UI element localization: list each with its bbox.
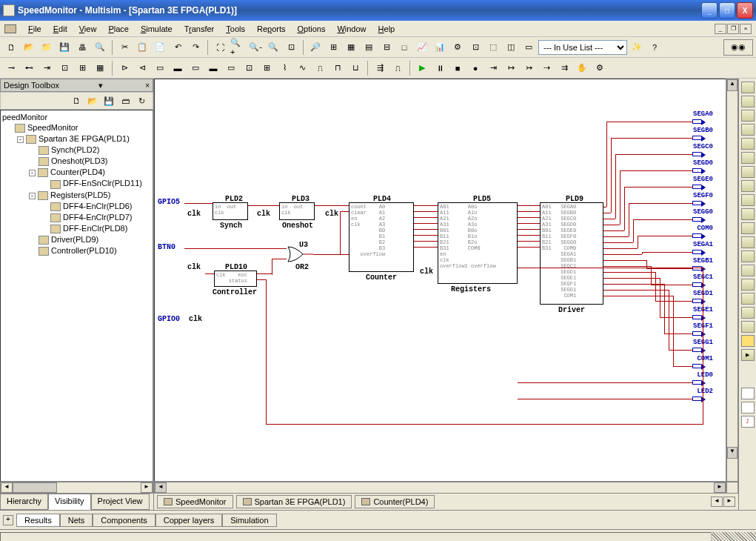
zoom-out-icon[interactable]: 🔍- <box>247 39 264 56</box>
doc-tab-counter[interactable]: Counter(PLD4) <box>355 495 435 508</box>
tree-item[interactable]: Oneshot(PLD3) <box>2 156 151 167</box>
sig2-icon[interactable]: ∿ <box>294 60 310 76</box>
grid2-icon[interactable]: ▦ <box>343 39 359 56</box>
panel-close-icon[interactable]: × <box>145 82 150 90</box>
chip7-icon[interactable]: ⊞ <box>258 60 275 76</box>
mdi-restore[interactable]: ❐ <box>727 24 739 34</box>
post-icon[interactable]: 📊 <box>432 39 448 56</box>
tree-item[interactable]: -Registers(PLD5) <box>2 190 151 201</box>
misc3-icon[interactable]: ◫ <box>503 39 519 56</box>
design-tree[interactable]: peedMonitor SpeedMonitor-Spartan 3E FPGA… <box>0 110 153 482</box>
doc-nav-left[interactable]: ◄ <box>711 497 723 507</box>
canvas-vscroll[interactable]: ▲ ▼ <box>726 79 738 482</box>
db-icon[interactable]: ⊟ <box>378 39 395 56</box>
chip1-icon[interactable]: ▭ <box>152 60 168 76</box>
copy-icon[interactable]: 📋 <box>134 39 150 56</box>
instr-scope-icon[interactable] <box>741 124 755 136</box>
sig1-icon[interactable]: ⌇ <box>276 60 292 76</box>
menu-simulate[interactable]: Simulate <box>135 23 178 35</box>
or-gate-icon[interactable] <box>287 245 315 263</box>
bottab-copper[interactable]: Copper layers <box>155 514 222 527</box>
instr-agilent3-icon[interactable] <box>741 307 755 319</box>
wand-icon[interactable]: ✨ <box>629 39 645 56</box>
misc1-icon[interactable]: ⊡ <box>467 39 484 56</box>
diode3-icon[interactable]: ⇥ <box>39 60 55 76</box>
menu-transfer[interactable]: Transfer <box>178 23 221 35</box>
tab-hierarchy[interactable]: Hierarchy <box>0 494 48 510</box>
open2-icon[interactable]: 📁 <box>39 39 55 56</box>
tree-item[interactable]: DFF4-EnClr(PLD6) <box>2 201 151 212</box>
menu-edit[interactable]: Edit <box>47 23 73 35</box>
cut-icon[interactable]: ✂ <box>116 39 133 56</box>
step4-icon[interactable]: ⇢ <box>538 60 555 76</box>
bottab-nets[interactable]: Nets <box>60 514 93 527</box>
grid1-icon[interactable]: ⊞ <box>325 39 341 56</box>
step3-icon[interactable]: ↣ <box>521 60 537 76</box>
instr-funcgen-icon[interactable] <box>741 96 755 107</box>
instr-multimeter-icon[interactable] <box>741 82 755 93</box>
print-icon[interactable]: 🖶 <box>74 39 90 56</box>
stop-icon[interactable]: ■ <box>449 60 466 76</box>
bus1-icon[interactable]: ⇶ <box>372 60 388 76</box>
instr-agilent2-icon[interactable] <box>741 293 755 305</box>
tree-item[interactable]: -Spartan 3E FPGA(PLD1) <box>2 133 151 145</box>
graph-icon[interactable]: 📈 <box>414 39 430 56</box>
help-icon[interactable]: ? <box>646 39 663 56</box>
inuse-combo[interactable]: --- In Use List --- <box>538 40 627 55</box>
menu-tools[interactable]: Tools <box>220 23 251 35</box>
instr-network-icon[interactable] <box>741 265 755 276</box>
paste-icon[interactable]: 📄 <box>152 39 168 56</box>
find-icon[interactable]: 🔎 <box>307 39 324 56</box>
undo-icon[interactable]: ↶ <box>170 39 186 56</box>
play-icon[interactable]: ▶ <box>414 60 430 76</box>
tab-visibility[interactable]: Visibility <box>48 494 91 510</box>
tb-open-icon[interactable]: 📂 <box>86 94 99 107</box>
instr-current-icon[interactable]: ⤴ <box>741 416 755 428</box>
menu-options[interactable]: Options <box>292 23 332 35</box>
maximize-button[interactable]: □ <box>719 2 735 19</box>
mdi-close[interactable]: × <box>740 24 752 34</box>
block-registers[interactable]: A01 A0o A11 A1o A21 A2o A31 A3o B01 B0o … <box>438 202 518 284</box>
instr-freq-icon[interactable] <box>741 166 755 178</box>
sig3-icon[interactable]: ⎍ <box>312 60 328 76</box>
chip3-icon[interactable]: ▭ <box>187 60 204 76</box>
tree-item[interactable]: -Counter(PLD4) <box>2 167 151 178</box>
tree-item[interactable]: SpeedMonitor <box>2 122 151 133</box>
tree-item[interactable]: DFF-EnClr(PLD8) <box>2 223 151 234</box>
redo-icon[interactable]: ↷ <box>187 39 204 56</box>
cfg-icon[interactable]: ⚙ <box>592 60 608 76</box>
step5-icon[interactable]: ⇉ <box>556 60 572 76</box>
misc2-icon[interactable]: ⬚ <box>485 39 501 56</box>
resize-grip[interactable] <box>712 532 756 542</box>
instr-wattmeter-icon[interactable] <box>741 110 755 122</box>
bus2-icon[interactable]: ⎍ <box>389 60 406 76</box>
doc-tab-spartan[interactable]: Spartan 3E FPGA(PLD1) <box>236 495 352 508</box>
chip4-icon[interactable]: ▬ <box>205 60 221 76</box>
panel-expand-icon[interactable]: + <box>3 515 13 525</box>
menu-window[interactable]: Window <box>331 23 372 35</box>
chip5-icon[interactable]: ▭ <box>223 60 239 76</box>
misc4-icon[interactable]: ▭ <box>521 39 537 56</box>
sheet-icon[interactable]: □ <box>396 39 412 56</box>
gate1-icon[interactable]: ⊳ <box>116 60 133 76</box>
bottab-simulation[interactable]: Simulation <box>222 514 276 527</box>
tree-item[interactable]: Controller(PLD10) <box>2 245 151 256</box>
instr-spectrum-icon[interactable] <box>741 250 755 262</box>
instr-distortion-icon[interactable] <box>741 236 755 248</box>
zoom-fit-icon[interactable]: ⊡ <box>283 39 299 56</box>
tree-item[interactable]: Synch(PLD2) <box>2 145 151 156</box>
comp2-icon[interactable]: ⊞ <box>74 60 90 76</box>
menu-help[interactable]: Help <box>372 23 401 35</box>
tree-item[interactable]: DFF4-EnClr(PLD7) <box>2 212 151 223</box>
chip6-icon[interactable]: ⊡ <box>241 60 257 76</box>
instr-misc2-icon[interactable] <box>741 402 755 414</box>
preview-icon[interactable]: 🔍 <box>92 39 108 56</box>
block-counter[interactable]: count A0 clear A1 en A2 clk A3 B0 B1 B2 … <box>349 202 414 272</box>
save-icon[interactable]: 💾 <box>56 39 73 56</box>
menu-reports[interactable]: Reports <box>251 23 292 35</box>
bottab-components[interactable]: Components <box>93 514 155 527</box>
instr-iv-icon[interactable] <box>741 222 755 234</box>
doc-nav-right[interactable]: ► <box>723 497 735 507</box>
step2-icon[interactable]: ↦ <box>503 60 519 76</box>
tree-item[interactable]: Driver(PLD9) <box>2 234 151 245</box>
